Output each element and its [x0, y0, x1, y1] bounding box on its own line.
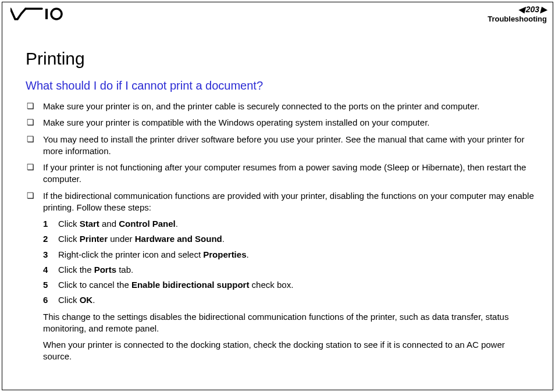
step-item: 3Right-click the printer icon and select… — [43, 249, 535, 261]
list-item: You may need to install the printer driv… — [26, 134, 535, 158]
page-number: 203 — [526, 5, 539, 14]
step-number: 2 — [43, 233, 48, 245]
step-number: 1 — [43, 218, 48, 230]
step-number: 5 — [43, 279, 48, 291]
step-number: 6 — [43, 294, 48, 306]
bullet-list: Make sure your printer is on, and the pr… — [26, 101, 535, 363]
step-item: 4Click the Ports tab. — [43, 264, 535, 276]
page-header: ◀ 203 ▶ Troubleshooting — [2, 2, 553, 26]
page-subtitle: What should I do if I cannot print a doc… — [26, 79, 535, 92]
step-item: 6Click OK. — [43, 294, 535, 306]
closing-paragraph: This change to the settings disables the… — [43, 311, 535, 335]
next-page-arrow-icon[interactable]: ▶ — [540, 5, 547, 14]
step-item: 1Click Start and Control Panel. — [43, 218, 535, 230]
svg-rect-1 — [45, 9, 48, 19]
section-label: Troubleshooting — [488, 15, 547, 23]
header-nav: ◀ 203 ▶ Troubleshooting — [488, 5, 547, 23]
document-page: ◀ 203 ▶ Troubleshooting Printing What sh… — [2, 2, 553, 390]
step-item: 5Click to cancel the Enable bidirectiona… — [43, 279, 535, 291]
prev-page-arrow-icon[interactable]: ◀ — [518, 5, 525, 14]
page-nav: ◀ 203 ▶ — [518, 5, 547, 14]
closing-paragraph: When your printer is connected to the do… — [43, 339, 535, 363]
step-number: 4 — [43, 264, 48, 276]
list-item: Make sure your printer is compatible wit… — [26, 117, 535, 129]
page-content: Printing What should I do if I cannot pr… — [26, 49, 535, 368]
list-item: Make sure your printer is on, and the pr… — [26, 101, 535, 112]
steps-list: 1Click Start and Control Panel. 2Click P… — [43, 218, 535, 307]
list-item: If the bidirectional communication funct… — [26, 190, 535, 363]
list-item-text: If the bidirectional communication funct… — [43, 191, 534, 212]
list-item: If your printer is not functioning after… — [26, 162, 535, 186]
page-title: Printing — [26, 49, 535, 69]
step-item: 2Click Printer under Hardware and Sound. — [43, 233, 535, 245]
vaio-logo — [10, 8, 63, 20]
svg-point-2 — [51, 9, 62, 19]
step-number: 3 — [43, 249, 48, 261]
